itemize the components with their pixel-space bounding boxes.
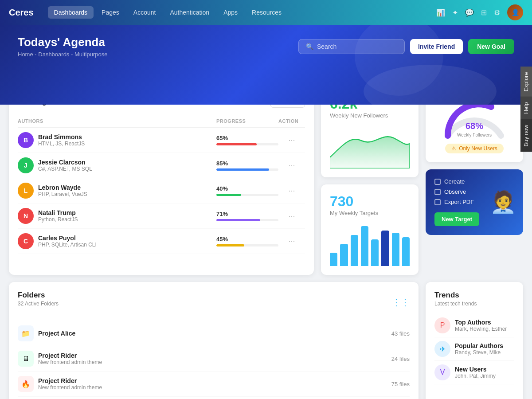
- targets-label: My Weekly Targets: [330, 210, 410, 216]
- folders-subtitle: 32 Active Folders: [18, 301, 59, 307]
- progress-bar-bg: [216, 143, 278, 145]
- progress-pct: 71%: [216, 211, 278, 217]
- author-avatar: C: [18, 233, 34, 249]
- progress-area: 71%: [216, 211, 278, 221]
- table-row: C Carles Puyol PHP, SQLite, Artisan CLI …: [18, 229, 305, 254]
- list-item[interactable]: ✈ Popular Authors Randy, Steve, Mike: [434, 337, 514, 361]
- folders-options-icon[interactable]: ⋮⋮: [392, 297, 410, 308]
- author-avatar: N: [18, 208, 34, 224]
- author-name: Carles Puyol: [38, 235, 97, 242]
- wave-svg: [330, 124, 410, 168]
- header-banner: Todays' Agenda Home - Dashboards - Multi…: [0, 25, 532, 105]
- folder-files: 24 files: [391, 356, 410, 362]
- right-sidebar: Explore Help Buy now: [520, 66, 532, 152]
- bar: [330, 253, 337, 266]
- checkbox-export: [434, 199, 441, 205]
- author-name: Natali Trump: [38, 209, 78, 216]
- author-avatar: L: [18, 183, 34, 199]
- trends-subtitle: Latest tech trends: [434, 301, 514, 307]
- list-item[interactable]: V New Users John, Pat, Jimmy: [434, 361, 514, 384]
- row2: Folders 32 Active Folders ⋮⋮ 📁 Project A…: [9, 282, 523, 399]
- table-row: J Jessie Clarcson C#, ASP.NET, MS SQL 85…: [18, 153, 305, 178]
- bar: [381, 231, 389, 266]
- trends-list: P Top Authors Mark, Rowling, Esther ✈ Po…: [434, 314, 514, 384]
- trend-icon: V: [434, 364, 450, 380]
- folder-files: 75 files: [391, 381, 410, 387]
- new-goal-button[interactable]: New Goal: [468, 39, 514, 54]
- nav-item-authentication[interactable]: Authentication: [164, 6, 215, 19]
- breadcrumb-dashboards[interactable]: Dashboards: [38, 51, 69, 58]
- sidebar-tab-buy[interactable]: Buy now: [520, 119, 532, 152]
- search-box[interactable]: 🔍 Search: [298, 39, 405, 54]
- bar: [392, 233, 399, 266]
- nav-item-dashboards[interactable]: Dashboards: [48, 6, 94, 19]
- progress-bar-bg: [216, 219, 278, 221]
- nav-item-account[interactable]: Account: [127, 6, 162, 19]
- brand-logo: Ceres: [9, 8, 34, 18]
- action-dots[interactable]: ···: [278, 237, 305, 246]
- progress-area: 40%: [216, 185, 278, 196]
- progress-bar-bg: [216, 168, 278, 171]
- col-progress: PROGRESS: [216, 118, 278, 124]
- breadcrumb-home[interactable]: Home: [18, 51, 33, 58]
- sidebar-tab-help[interactable]: Help: [520, 97, 532, 119]
- folder-icon: 📁: [18, 325, 34, 341]
- action-label-observe: Observe: [444, 188, 466, 195]
- main-layout: Leading Partners Status ▾ AUTHORS PROGRE…: [0, 87, 532, 399]
- nav-item-resources[interactable]: Resources: [246, 6, 288, 19]
- new-target-button[interactable]: New Target: [434, 212, 479, 226]
- progress-pct: 40%: [216, 185, 278, 192]
- author-details: Natali Trump Python, ReactJS: [38, 209, 78, 223]
- folder-name: Project Rider: [38, 352, 102, 359]
- navbar: Ceres Dashboards Pages Account Authentic…: [0, 0, 532, 25]
- action-dots[interactable]: ···: [278, 161, 305, 170]
- action-dots[interactable]: ···: [278, 136, 305, 145]
- trend-sub: Mark, Rowling, Esther: [455, 326, 507, 332]
- folders-title-group: Folders 32 Active Folders: [18, 291, 59, 314]
- svg-text:68%: 68%: [466, 121, 483, 131]
- author-info: J Jessie Clarcson C#, ASP.NET, MS SQL: [18, 157, 216, 173]
- list-item[interactable]: P Top Authors Mark, Rowling, Esther: [434, 314, 514, 337]
- folder-name: Project Rider: [38, 377, 102, 384]
- page-header-text: Todays' Agenda Home - Dashboards - Multi…: [18, 35, 107, 58]
- avatar[interactable]: 👤: [507, 4, 523, 20]
- avatar-initial: B: [23, 137, 28, 144]
- author-info: L Lebron Wayde PHP, Laravel, VueJS: [18, 183, 216, 199]
- partners-table-header: AUTHORS PROGRESS ACTION: [18, 115, 305, 128]
- avatar-initial: L: [24, 187, 28, 194]
- list-item[interactable]: 🖥 Project Rider New frontend admin theme…: [18, 346, 410, 372]
- author-name: Lebron Wayde: [38, 184, 87, 191]
- bar: [402, 237, 410, 266]
- nav-items: Dashboards Pages Account Authentication …: [48, 6, 426, 19]
- invite-friend-button[interactable]: Invite Friend: [410, 39, 463, 54]
- breadcrumb: Home - Dashboards - Multipurpose: [18, 51, 107, 58]
- list-item[interactable]: 📁 Project Alice 43 files: [18, 321, 410, 346]
- nav-item-pages[interactable]: Pages: [95, 6, 125, 19]
- progress-pct: 45%: [216, 236, 278, 243]
- folder-files: 43 files: [391, 330, 410, 337]
- list-item[interactable]: 🔥 Project Rider New frontend admin theme…: [18, 372, 410, 397]
- targets-card: 730 My Weekly Targets: [321, 184, 419, 275]
- author-info: C Carles Puyol PHP, SQLite, Artisan CLI: [18, 233, 216, 249]
- chart-icon[interactable]: 📊: [436, 8, 445, 17]
- nav-item-apps[interactable]: Apps: [217, 6, 244, 19]
- message-icon[interactable]: 💬: [465, 8, 474, 17]
- action-dots[interactable]: ···: [278, 186, 305, 196]
- table-row: L Lebron Wayde PHP, Laravel, VueJS 40% ·…: [18, 178, 305, 203]
- avatar-image: 👤: [507, 4, 523, 20]
- action-label-export: Export PDF: [444, 199, 474, 205]
- sidebar-tab-explore[interactable]: Explore: [520, 66, 532, 97]
- breadcrumb-sep2: -: [71, 51, 74, 58]
- action-dots[interactable]: ···: [278, 211, 305, 221]
- folders-list: 📁 Project Alice 43 files 🖥 Project Rider…: [18, 321, 410, 397]
- trend-details: Top Authors Mark, Rowling, Esther: [455, 319, 507, 332]
- progress-area: 65%: [216, 135, 278, 145]
- row1: Leading Partners Status ▾ AUTHORS PROGRE…: [9, 87, 523, 275]
- folders-title: Folders: [18, 291, 59, 300]
- trends-title: Trends: [434, 291, 514, 300]
- settings-icon[interactable]: ⚙: [494, 8, 500, 17]
- progress-pct: 85%: [216, 160, 278, 167]
- page-title: Todays' Agenda: [18, 35, 107, 49]
- sparkle-icon[interactable]: ✦: [452, 8, 458, 17]
- grid-icon[interactable]: ⊞: [481, 8, 487, 17]
